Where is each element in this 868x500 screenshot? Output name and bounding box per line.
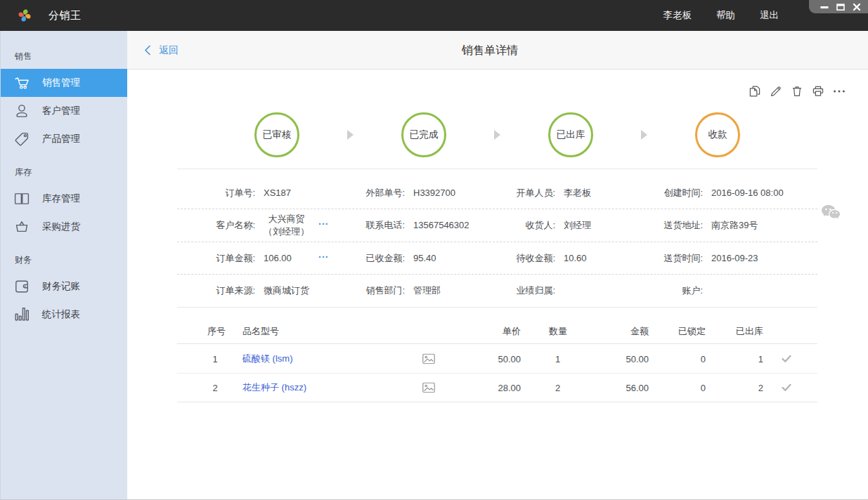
main-area: 返回 销售单详情: [127, 31, 868, 499]
field-value: 管理部: [413, 284, 441, 297]
field-row: 订单金额: 106.00 ... 已收金额:95.40 待收金额:10.60 送…: [177, 242, 817, 274]
close-button[interactable]: [853, 3, 861, 11]
field-cell: 送货地址:南京路39号: [657, 219, 817, 232]
step-label: 收款: [708, 129, 727, 141]
user-menu[interactable]: 李老板: [663, 9, 692, 22]
sidebar-item-finance-accounting[interactable]: 财务记账: [1, 272, 127, 301]
field-value: 95.40: [413, 252, 436, 265]
field-label: 账户:: [657, 284, 703, 297]
step-arrow-icon: [347, 130, 354, 140]
field-cell: 客户名称: 大兴商贸（刘经理） ...: [177, 213, 337, 238]
sidebar: 销售 销售管理 客户管理: [0, 31, 127, 499]
more-actions-icon[interactable]: [833, 85, 846, 98]
sidebar-item-label: 采购进货: [42, 221, 80, 233]
amount-more-button[interactable]: ...: [318, 249, 329, 260]
page-header: 返回 销售单详情: [127, 31, 868, 70]
sidebar-section-inventory: 库存: [15, 166, 127, 178]
sidebar-item-label: 财务记账: [42, 280, 80, 293]
sidebar-item-label: 库存管理: [42, 192, 80, 205]
field-value: XS187: [264, 187, 291, 199]
field-value: 南京路39号: [711, 219, 758, 232]
field-value: H3392700: [413, 187, 455, 199]
field-value: 2016-09-16 08:00: [711, 187, 784, 199]
field-label: 销售部门:: [337, 284, 405, 297]
cart-icon: [13, 74, 30, 91]
item-name-link[interactable]: 花生种子 (hszz): [242, 381, 306, 394]
step-completed: 已完成: [401, 112, 446, 157]
product-image-icon[interactable]: [422, 383, 435, 393]
sidebar-item-inventory-management[interactable]: 库存管理: [1, 185, 127, 213]
field-label: 订单来源:: [177, 284, 255, 297]
field-label: 待收金额:: [498, 252, 555, 265]
maximize-button[interactable]: [836, 3, 845, 11]
field-cell: 订单金额: 106.00 ...: [177, 252, 337, 265]
sidebar-item-label: 客户管理: [42, 105, 80, 117]
delete-icon[interactable]: [791, 85, 803, 98]
sidebar-item-label: 统计报表: [42, 308, 80, 321]
field-value: 2016-09-23: [711, 252, 758, 265]
field-label: 已收金额:: [337, 252, 405, 265]
step-label: 已审核: [263, 129, 292, 141]
item-qty: 1: [549, 353, 578, 364]
wechat-icon[interactable]: [820, 204, 843, 223]
sidebar-section-sales: 销售: [15, 51, 127, 62]
field-label: 开单人员:: [498, 187, 555, 199]
sidebar-item-product-management[interactable]: 产品管理: [1, 125, 127, 153]
field-label: 收货人:: [498, 219, 555, 232]
print-icon[interactable]: [812, 85, 824, 98]
item-no: 2: [207, 383, 223, 393]
sidebar-item-purchasing[interactable]: 采购进货: [1, 213, 127, 241]
item-price: 28.00: [451, 383, 521, 393]
field-cell: 待收金额:10.60: [498, 252, 657, 265]
field-row: 订单来源:微商城订货 销售部门:管理部 业绩归属: 账户:: [177, 274, 817, 307]
field-label: 创建时间:: [657, 187, 703, 199]
field-value: 刘经理: [564, 219, 591, 232]
field-value: 13567546302: [413, 219, 469, 232]
field-label: 客户名称:: [177, 219, 255, 232]
field-cell: 订单号:XS187: [177, 187, 337, 199]
sidebar-items-group: 库存管理 采购进货: [1, 185, 127, 241]
field-value: 李老板: [564, 187, 591, 199]
field-cell: 已收金额:95.40: [337, 252, 498, 265]
sidebar-item-sales-management[interactable]: 销售管理: [1, 69, 127, 97]
sidebar-items-group: 财务记账 统计报表: [1, 272, 127, 329]
field-value: 大兴商贸（刘经理）: [264, 213, 309, 238]
items-table-header: 序号 品名型号 单价 数量 金额 已锁定 已出库: [177, 307, 817, 344]
step-label: 已完成: [410, 129, 439, 141]
sidebar-item-label: 销售管理: [42, 77, 80, 89]
field-label: 联系电话:: [337, 219, 405, 232]
field-row: 客户名称: 大兴商贸（刘经理） ... 联系电话:13567546302 收货人…: [177, 209, 817, 242]
field-label: 送货时间:: [657, 252, 703, 265]
window-controls: [809, 0, 868, 13]
sidebar-item-statistics-reports[interactable]: 统计报表: [1, 301, 127, 329]
field-cell: 联系电话:13567546302: [337, 219, 498, 232]
customer-more-button[interactable]: ...: [318, 216, 329, 227]
logout-menu[interactable]: 退出: [760, 9, 779, 22]
app-title: 分销王: [48, 0, 82, 31]
help-menu[interactable]: 帮助: [716, 9, 735, 22]
col-header-no: 序号: [207, 325, 226, 338]
app-logo-pinwheel-icon: [18, 8, 32, 22]
step-shipped: 已出库: [548, 112, 593, 157]
item-name-link[interactable]: 硫酸镁 (lsm): [242, 353, 293, 365]
field-cell: 业绩归属:: [498, 284, 657, 297]
bar-chart-icon: [13, 306, 30, 323]
col-header-price: 单价: [451, 325, 521, 338]
sidebar-items-group: 销售管理 客户管理 产品管理: [1, 69, 127, 153]
customer-name-line1: 大兴商贸: [268, 213, 305, 224]
step-label: 已出库: [557, 129, 585, 141]
sidebar-item-customer-management[interactable]: 客户管理: [1, 97, 127, 125]
edit-icon[interactable]: [770, 85, 782, 98]
copy-icon[interactable]: [749, 85, 761, 98]
field-label: 外部单号:: [337, 187, 405, 199]
item-row: 1 硫酸镁 (lsm) 50.00 1 50.00 0 1: [177, 344, 817, 373]
order-detail-card: 已审核 已完成 已出库 收款 订单号:XS187 外部单号:H3392700 开…: [127, 70, 868, 499]
item-row: 2 花生种子 (hszz) 28.00 2 56.00 0 2: [177, 373, 817, 402]
app-window: 分销王 李老板 帮助 退出 销售: [0, 0, 868, 500]
book-icon: [13, 190, 30, 207]
product-image-icon[interactable]: [422, 353, 435, 364]
wallet-icon: [13, 278, 30, 295]
field-cell: 销售部门:管理部: [337, 284, 498, 297]
minimize-button[interactable]: [820, 3, 829, 11]
item-price: 50.00: [451, 353, 521, 364]
